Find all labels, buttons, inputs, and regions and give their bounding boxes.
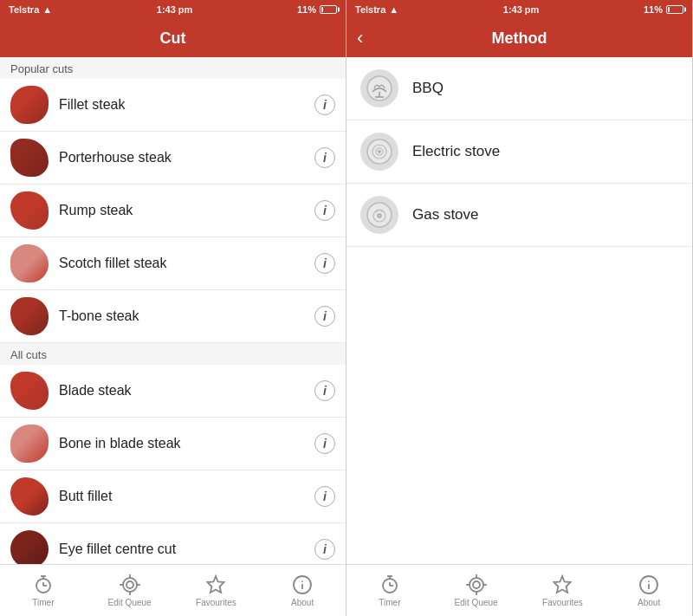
svg-point-5 xyxy=(123,578,137,592)
cut-name-eye: Eye fillet centre cut xyxy=(59,541,314,557)
tab-bar-left: Timer Edit Queue Favourites xyxy=(0,564,346,616)
tab-label-timer-left: Timer xyxy=(32,598,54,607)
cut-name-scotch: Scotch fillet steak xyxy=(59,256,314,271)
info-icon-left xyxy=(291,574,314,596)
back-button-method[interactable]: ‹ xyxy=(357,29,363,48)
thumbnail-rump xyxy=(10,191,49,230)
thumbnail-scotch xyxy=(10,244,49,282)
edit-queue-icon-right xyxy=(465,574,488,596)
tab-label-about-right: About xyxy=(638,598,660,607)
tab-bar-right: Timer Edit Queue Favourites xyxy=(346,564,692,616)
right-panel: Telstra ▲ 1:43 pm 11% ‹ Method BBQ xyxy=(346,0,693,616)
svg-point-39 xyxy=(649,581,650,582)
cut-item-fillet[interactable]: Fillet steak i xyxy=(0,79,346,132)
battery-pct-left: 11% xyxy=(297,4,316,15)
info-btn-fillet[interactable]: i xyxy=(314,94,335,115)
method-item-bbq[interactable]: BBQ xyxy=(346,57,692,120)
tab-editqueue-right[interactable]: Edit Queue xyxy=(433,565,520,616)
tab-label-editqueue-left: Edit Queue xyxy=(108,598,152,607)
timer-icon-left xyxy=(32,574,55,596)
info-btn-boneblade[interactable]: i xyxy=(314,433,335,454)
info-btn-rump[interactable]: i xyxy=(314,200,335,221)
tab-favourites-left[interactable]: Favourites xyxy=(173,565,260,616)
edit-queue-icon-left xyxy=(119,574,141,596)
svg-point-6 xyxy=(126,581,133,588)
status-right-right: 11% xyxy=(644,4,683,15)
cut-item-blade[interactable]: Blade steak i xyxy=(0,365,346,418)
method-name-bbq: BBQ xyxy=(412,80,444,97)
cut-name-blade: Blade steak xyxy=(59,383,314,399)
tab-timer-left[interactable]: Timer xyxy=(0,565,87,616)
carrier-left: Telstra xyxy=(9,4,39,15)
thumbnail-boneblade xyxy=(10,425,49,463)
carrier-right: Telstra xyxy=(355,4,385,15)
time-right: 1:43 pm xyxy=(503,4,540,15)
info-icon-right xyxy=(638,574,660,596)
cut-name-rump: Rump steak xyxy=(59,203,314,218)
thumbnail-blade xyxy=(10,372,49,410)
cut-list-scroll[interactable]: Popular cuts Fillet steak i Porterhouse … xyxy=(0,57,346,564)
cut-item-scotch[interactable]: Scotch fillet steak i xyxy=(0,237,346,290)
method-thumb-bbq xyxy=(360,69,398,107)
svg-point-21 xyxy=(379,151,380,152)
thumbnail-eye xyxy=(10,530,49,564)
timer-icon-right xyxy=(379,574,401,596)
info-btn-porterhouse[interactable]: i xyxy=(314,147,335,168)
star-icon-right xyxy=(551,574,573,596)
cut-header: Cut xyxy=(0,19,346,57)
tab-timer-right[interactable]: Timer xyxy=(346,565,433,616)
wifi-icon-left: ▲ xyxy=(42,4,52,15)
cut-item-tbone[interactable]: T-bone steak i xyxy=(0,290,346,343)
cut-item-rump[interactable]: Rump steak i xyxy=(0,185,346,237)
info-btn-blade[interactable]: i xyxy=(314,380,335,401)
status-right-left: 11% xyxy=(297,4,337,15)
method-item-gas[interactable]: Gas stove xyxy=(346,184,692,247)
method-name-electric: Electric stove xyxy=(412,143,500,160)
thumbnail-butt xyxy=(10,477,49,515)
tab-about-left[interactable]: About xyxy=(259,565,346,616)
tab-label-timer-right: Timer xyxy=(379,598,400,607)
status-left: Telstra ▲ xyxy=(9,4,52,15)
tab-label-favourites-left: Favourites xyxy=(196,598,236,607)
method-thumb-gas xyxy=(360,196,398,234)
left-panel: Telstra ▲ 1:43 pm 11% Cut Popular cuts F… xyxy=(0,0,346,616)
cut-item-eye[interactable]: Eye fillet centre cut i xyxy=(0,523,346,564)
method-item-electric[interactable]: Electric stove xyxy=(346,120,692,184)
section-label-popular: Popular cuts xyxy=(0,57,346,79)
status-bar-left: Telstra ▲ 1:43 pm 11% xyxy=(0,0,346,19)
tab-editqueue-left[interactable]: Edit Queue xyxy=(87,565,173,616)
info-btn-scotch[interactable]: i xyxy=(314,253,335,274)
status-bar-right: Telstra ▲ 1:43 pm 11% xyxy=(346,0,692,19)
method-name-gas: Gas stove xyxy=(412,206,479,224)
cut-item-boneblade[interactable]: Bone in blade steak i xyxy=(0,418,346,470)
tab-favourites-right[interactable]: Favourites xyxy=(520,565,606,616)
star-icon-left xyxy=(204,574,227,596)
info-btn-butt[interactable]: i xyxy=(314,486,335,507)
method-list-scroll[interactable]: BBQ Electric stove xyxy=(346,57,692,564)
tab-label-editqueue-right: Edit Queue xyxy=(455,598,498,607)
svg-point-31 xyxy=(473,581,480,588)
cut-name-fillet: Fillet steak xyxy=(59,97,314,113)
time-left: 1:43 pm xyxy=(157,4,193,15)
info-btn-eye[interactable]: i xyxy=(314,539,335,560)
battery-pct-right: 11% xyxy=(644,4,663,15)
svg-marker-36 xyxy=(554,576,571,593)
svg-marker-11 xyxy=(208,576,224,593)
cut-item-porterhouse[interactable]: Porterhouse steak i xyxy=(0,132,346,185)
method-header: ‹ Method xyxy=(346,19,692,57)
tab-about-right[interactable]: About xyxy=(606,565,692,616)
cut-name-tbone: T-bone steak xyxy=(59,308,314,324)
cut-item-butt[interactable]: Butt fillet i xyxy=(0,470,346,523)
svg-point-30 xyxy=(470,578,483,592)
thumbnail-porterhouse xyxy=(10,139,49,177)
svg-point-24 xyxy=(378,214,381,217)
thumbnail-tbone xyxy=(10,297,49,335)
tab-label-about-left: About xyxy=(291,598,314,607)
method-title: Method xyxy=(492,29,547,48)
cut-name-boneblade: Bone in blade steak xyxy=(59,436,314,451)
battery-icon-left xyxy=(320,5,337,14)
section-label-all: All cuts xyxy=(0,343,346,365)
battery-icon-right xyxy=(666,5,683,14)
info-btn-tbone[interactable]: i xyxy=(314,306,335,327)
thumbnail-fillet xyxy=(10,86,49,124)
